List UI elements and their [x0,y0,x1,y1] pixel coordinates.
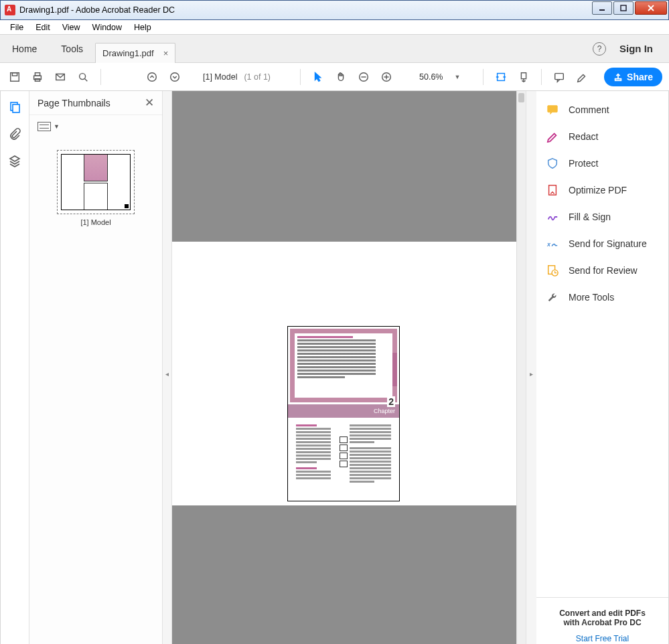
share-label: Share [627,72,653,82]
highlight-pen-icon[interactable] [574,69,590,85]
redact-icon [546,130,559,143]
minimize-button[interactable] [592,1,612,15]
thumbnails-title: Page Thumbnails [38,98,145,108]
tab-home[interactable]: Home [0,35,49,62]
page-count: (1 of 1) [244,72,271,82]
svg-rect-31 [548,106,557,112]
share-button[interactable]: Share [604,68,662,86]
thumbnails-options-dropdown-icon[interactable]: ▼ [54,123,60,130]
tool-label: Send for Review [569,265,638,276]
svg-point-13 [171,72,179,81]
svg-rect-7 [35,72,40,76]
hand-pan-icon[interactable] [333,69,349,85]
menu-help[interactable]: Help [128,21,157,33]
separator [483,69,484,85]
svg-rect-1 [621,5,626,11]
tab-document-label: Drawing1.pdf [102,48,154,58]
shield-icon [546,157,559,170]
chapter-label: Chapter [374,408,395,414]
menu-edit[interactable]: Edit [29,21,56,33]
tab-tools[interactable]: Tools [49,35,95,62]
thumbnails-rail-icon[interactable] [8,100,21,114]
menu-bar: File Edit View Window Help [0,20,669,35]
page-thumbnail[interactable] [57,150,135,214]
search-icon[interactable] [75,69,91,85]
tool-label: More Tools [569,292,614,303]
svg-rect-23 [522,72,526,78]
maximize-button[interactable] [613,1,634,15]
tool-send-signature[interactable]: x Send for Signature [546,237,659,250]
tab-close-icon[interactable]: × [163,48,169,58]
svg-rect-5 [12,72,17,76]
email-icon[interactable] [52,69,68,85]
thumbnail-caption: [1] Model [80,218,110,226]
tool-label: Protect [569,158,598,169]
optimize-pdf-icon [546,183,559,197]
left-navigation-rail [1,91,29,644]
selection-arrow-icon[interactable] [310,69,326,85]
fit-width-icon[interactable] [493,69,509,85]
tool-comment[interactable]: Comment [546,103,659,116]
trial-line2: with Acrobat Pro DC [543,618,662,627]
page-label[interactable]: [1] Model [203,72,237,82]
pdf-page: 2 Chapter [287,326,400,501]
sign-in-button[interactable]: Sign In [619,43,653,54]
window-titlebar: Drawing1.pdf - Adobe Acrobat Reader DC [0,0,669,20]
svg-marker-30 [10,156,19,161]
tool-label: Optimize PDF [569,185,627,195]
menu-file[interactable]: File [4,21,29,33]
attachments-rail-icon[interactable] [8,127,21,141]
svg-rect-8 [35,78,40,81]
page-down-icon[interactable] [167,69,183,85]
tool-label: Send for Signature [569,238,647,249]
help-icon[interactable]: ? [593,42,606,56]
chevron-right-icon: ▸ [530,370,533,378]
tool-optimize[interactable]: Optimize PDF [546,183,659,197]
tab-document[interactable]: Drawing1.pdf × [95,43,175,63]
tool-fill-sign[interactable]: Fill & Sign [546,210,659,224]
save-icon[interactable] [7,69,23,85]
zoom-out-icon[interactable] [356,69,372,85]
separator [300,69,301,85]
tool-label: Comment [569,104,609,115]
vertical-scrollbar[interactable] [516,91,526,644]
tool-send-review[interactable]: Send for Review [546,264,659,277]
menu-window[interactable]: Window [86,21,128,33]
trial-link[interactable]: Start Free Trial [543,634,662,643]
toolbar: [1] Model (1 of 1) 50.6% ▼ Share [0,63,669,91]
tool-redact[interactable]: Redact [546,130,659,143]
wrench-icon [546,291,559,304]
left-splitter[interactable]: ◂ [163,91,172,644]
separator [541,69,542,85]
thumbnails-options-icon[interactable] [38,122,51,131]
page-up-icon[interactable] [144,69,160,85]
scrollbar-thumb[interactable] [518,93,524,102]
close-window-button[interactable] [635,1,667,15]
page-background: 2 Chapter [172,242,516,505]
chapter-number: 2 [387,396,395,407]
layers-rail-icon[interactable] [8,154,21,167]
svg-rect-33 [549,185,556,195]
signature-icon [546,210,559,224]
trial-line1: Convert and edit PDFs [543,609,662,618]
tool-protect[interactable]: Protect [546,157,659,170]
comment-icon [546,103,559,116]
right-splitter[interactable]: ▸ [526,91,536,644]
page-scroll-icon[interactable] [516,69,532,85]
print-icon[interactable] [29,69,46,85]
document-canvas[interactable]: 2 Chapter [172,91,526,644]
tool-label: Redact [569,131,598,142]
svg-rect-25 [555,73,564,79]
thumbnails-close-icon[interactable]: ✕ [145,96,154,110]
svg-point-12 [148,72,157,81]
trial-promo: Convert and edit PDFs with Acrobat Pro D… [536,597,668,644]
svg-marker-14 [315,72,321,81]
zoom-in-icon[interactable] [378,69,394,85]
send-review-icon [546,264,559,277]
zoom-dropdown-icon[interactable]: ▼ [454,74,460,80]
tool-more-tools[interactable]: More Tools [546,291,659,304]
menu-view[interactable]: View [56,21,86,33]
comment-annot-icon[interactable] [551,69,567,85]
zoom-value[interactable]: 50.6% [415,70,447,84]
svg-line-11 [85,78,88,81]
